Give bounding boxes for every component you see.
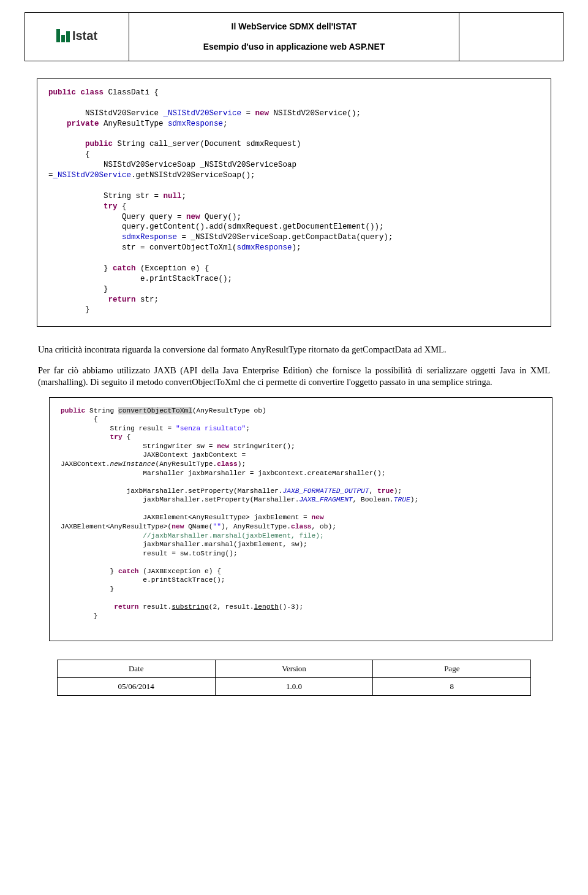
code-token: ), AnyResultType. xyxy=(221,523,291,530)
doc-subtitle: Esempio d'uso in applicazione web ASP.NE… xyxy=(203,42,385,51)
doc-footer-table: Date Version Page 05/06/2014 1.0.0 8 xyxy=(57,660,531,696)
code-token: JAXBElement<AnyResultType>( xyxy=(61,523,172,530)
code-token: new xyxy=(312,514,324,521)
code-token: jaxbMarshaller.marshal(jaxbElement, sw); xyxy=(61,541,307,548)
code-token: } xyxy=(48,264,113,273)
code-token: Marshaller jaxbMarshaller = jaxbContext.… xyxy=(61,470,385,477)
body-paragraph-1: Una criticità incontrata riguarda la con… xyxy=(38,344,550,355)
code-token: (2, result. xyxy=(209,603,254,611)
code-token: null xyxy=(164,192,182,200)
code-token: sdmxResponse xyxy=(168,120,223,128)
header-subtitle-cell: Esempio d'uso in applicazione web ASP.NE… xyxy=(129,37,459,61)
code-token: ); xyxy=(410,496,418,503)
code-token: StringWriter(); xyxy=(229,443,295,450)
code-token: } xyxy=(61,612,97,620)
code-token: sdmxResponse xyxy=(122,233,177,242)
istat-logo: Istat xyxy=(56,29,97,43)
code-token: (Exception e) { xyxy=(136,264,209,273)
code-token: ); xyxy=(292,243,301,252)
code-token: JAXBContext jaxbContext = xyxy=(61,451,246,459)
code-token: ); xyxy=(238,460,246,468)
code-token: JAXB_FORMATTED_OUTPUT xyxy=(283,487,369,495)
code-token: .getNSIStdV20ServiceSoap(); xyxy=(131,171,255,180)
code-token: e.printStackTrace(); xyxy=(48,275,232,283)
footer-header-page: Page xyxy=(373,660,531,677)
code-token xyxy=(61,603,114,611)
logo-bar-icon xyxy=(56,29,60,42)
code-token: return xyxy=(114,603,138,611)
code-token: catch xyxy=(113,264,136,273)
code-token: public xyxy=(48,88,76,97)
code-token: str = convertObjectToXml( xyxy=(48,243,237,252)
footer-value-version: 1.0.0 xyxy=(215,677,373,695)
code-token: sdmxResponse xyxy=(237,243,292,252)
code-token: } xyxy=(61,568,118,575)
code-token: { xyxy=(48,150,90,159)
code-token: String call_server(Document sdmxRequest) xyxy=(113,140,301,148)
code-token: class xyxy=(217,460,238,468)
header-empty-cell xyxy=(459,13,564,61)
doc-header-table: Istat Il WebService SDMX dell'ISTAT Esem… xyxy=(24,12,564,61)
logo-cell: Istat xyxy=(25,13,129,61)
code-token: ; xyxy=(223,120,228,128)
code-token: (JAXBException e) { xyxy=(139,568,221,575)
code-token: } xyxy=(61,585,114,593)
code-token: length xyxy=(254,603,279,611)
code-token: StringWriter sw = xyxy=(61,443,217,450)
code-token xyxy=(61,532,143,539)
code-token: (AnyResultType. xyxy=(155,460,217,468)
footer-header-version: Version xyxy=(215,660,373,677)
code-token: JAXBContext. xyxy=(61,460,110,468)
code-token: ClassDati { xyxy=(104,88,159,97)
logo-bar-icon xyxy=(61,35,65,42)
footer-value-date: 05/06/2014 xyxy=(57,677,215,695)
footer-header-date: Date xyxy=(57,660,215,677)
code-token: NSIStdV20Service xyxy=(48,109,164,118)
code-token: ; xyxy=(246,425,250,432)
code-token: query.getContent().add(sdmxRequest.getDo… xyxy=(48,223,384,231)
code-token: , Boolean. xyxy=(353,496,394,503)
code-token: try xyxy=(61,433,123,441)
code-token: } xyxy=(48,285,108,294)
code-token xyxy=(48,233,122,242)
code-token: String str = xyxy=(48,192,164,200)
code-token: Query query = xyxy=(48,213,186,221)
code-token: JAXB_FRAGMENT xyxy=(299,496,352,503)
code-token: private xyxy=(48,120,99,128)
code-token: { xyxy=(61,416,97,423)
code-token: new xyxy=(172,523,184,530)
code-token: try xyxy=(48,202,118,211)
code-token: class xyxy=(76,88,104,97)
code-token: = xyxy=(241,109,255,118)
code-token: true xyxy=(377,487,394,495)
code-token: new xyxy=(255,109,270,118)
code-token: AnyResultType xyxy=(99,120,168,128)
code-token xyxy=(48,295,108,304)
code-token: (AnyResultType ob) xyxy=(192,407,266,414)
code-token: "" xyxy=(213,523,221,530)
code-token: , xyxy=(369,487,377,495)
code-token: new xyxy=(186,213,200,221)
code-token: public xyxy=(48,140,113,148)
code-token: result. xyxy=(139,603,172,611)
code-token: { xyxy=(123,433,130,441)
code-token: catch xyxy=(118,568,139,575)
code-token: result = sw.toString(); xyxy=(61,550,238,557)
code-token: jaxbMarshaller.setProperty(Marshaller. xyxy=(61,496,299,503)
code-token: jaxbMarshaller.setProperty(Marshaller. xyxy=(61,487,283,495)
code-token: _NSIStdV20Service xyxy=(53,171,132,180)
code-token: { xyxy=(118,202,127,211)
code-token: substring xyxy=(172,603,208,611)
code-token: class xyxy=(291,523,312,530)
logo-text: Istat xyxy=(72,29,97,43)
code-token: ()-3); xyxy=(279,603,303,611)
code-token: _NSIStdV20Service xyxy=(164,109,242,118)
doc-title: Il WebService SDMX dell'ISTAT xyxy=(232,21,357,31)
code-token: convertObjectToXml xyxy=(118,407,192,414)
code-token: public xyxy=(61,407,85,414)
footer-value-page: 8 xyxy=(373,677,531,695)
code-token: = xyxy=(48,171,53,180)
code-token: ); xyxy=(394,487,402,495)
code-token: } xyxy=(48,305,90,314)
code-token: new xyxy=(217,443,229,450)
